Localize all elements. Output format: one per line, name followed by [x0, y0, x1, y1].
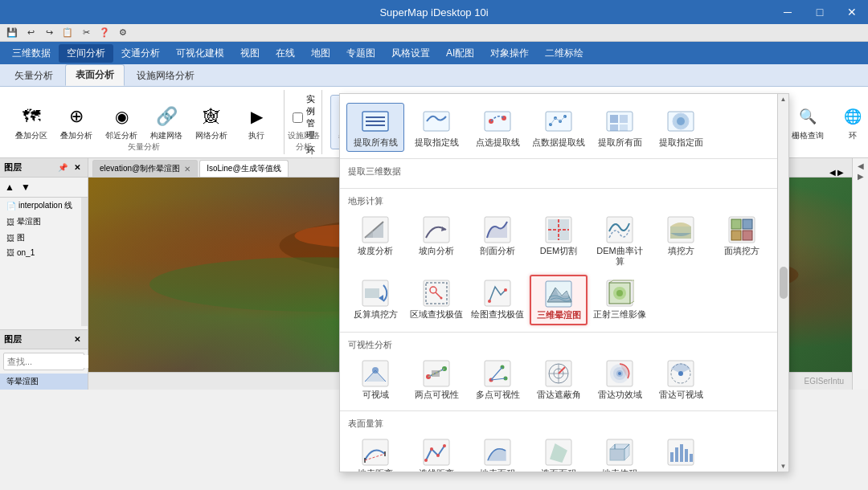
dropdown-scroll[interactable]: 提取所有线 提取指定线	[340, 158, 788, 390]
ortho-3d-icon	[605, 279, 634, 308]
dropdown-item-surface-fill[interactable]: 面填挖方	[713, 211, 771, 271]
maximize-button[interactable]: □	[804, 0, 836, 24]
dropdown-item-aspect[interactable]: 坡向分析	[407, 211, 465, 271]
dropdown-item-dem-curvature[interactable]: DEM曲率计算	[591, 211, 649, 271]
undo-button[interactable]: ↩	[23, 26, 39, 40]
quick-access-toolbar: 💾 ↩ ↪ 📋 ✂ ❓ ⚙	[0, 24, 868, 42]
section-terrain-calc: 地形计算 坡度分析	[340, 190, 788, 330]
layer-item-hillshade-2[interactable]: 等晕渲图	[0, 374, 88, 390]
menu-3d-data[interactable]: 三维数据	[4, 44, 59, 63]
slope-icon	[361, 215, 390, 244]
layer-scroll-area[interactable]: 📄 interpolation 线 🖼 晕渲图 🖼 图 🖼 on_1	[0, 198, 88, 326]
layer-panel-header: 图层 📌 ✕	[0, 158, 88, 178]
dropdown-item-reverse-cut-fill[interactable]: 反算填挖方	[346, 275, 404, 325]
divider-1	[340, 158, 788, 159]
layer-name-interpolation: interpolation 线	[18, 200, 72, 211]
slope-label: 坡度分析	[358, 246, 393, 256]
dropdown-item-slope[interactable]: 坡度分析	[346, 211, 404, 271]
layer-item-on1[interactable]: 🖼 on_1	[0, 246, 88, 259]
pin-button[interactable]: 📌	[56, 161, 69, 174]
layer-name-hillshade-2: 等晕渲图	[6, 376, 39, 387]
svg-rect-65	[432, 370, 440, 377]
dropdown-item-3d-hillshade[interactable]: 三维晕渲图	[530, 275, 588, 325]
svg-point-52	[504, 288, 507, 292]
menu-traffic-analysis[interactable]: 交通分析	[113, 44, 168, 63]
layer-item-map[interactable]: 🖼 图	[0, 230, 88, 246]
network-analysis-icon: 🕸	[199, 104, 224, 129]
menu-spatial-analysis[interactable]: 空间分析	[59, 44, 113, 63]
dropdown-item-profile[interactable]: 剖面分析	[469, 211, 526, 271]
dropdown-item-radar-shadow-angle[interactable]: 雷达遮蔽角	[530, 355, 588, 390]
menu-map[interactable]: 地图	[303, 44, 338, 63]
tab-nav-right[interactable]: ▶	[837, 168, 844, 177]
menu-style-settings[interactable]: 风格设置	[383, 44, 438, 63]
menu-online[interactable]: 在线	[268, 44, 303, 63]
cut-fill-icon	[666, 215, 695, 244]
help-button[interactable]: ❓	[96, 26, 113, 40]
dropdown-scrollbar[interactable]: ▲ ▼	[777, 158, 788, 390]
btn-env2[interactable]: 🌐 环	[832, 95, 868, 149]
svg-point-51	[488, 300, 491, 303]
right-nav-left[interactable]: ◀	[858, 161, 864, 170]
dropdown-item-viewshed[interactable]: 可视域	[346, 355, 404, 390]
dropdown-item-region-find-extreme[interactable]: 区域查找极值	[407, 275, 465, 325]
btn-raster-query[interactable]: 🔍 栅格查询	[787, 95, 829, 149]
tab-vector-analysis[interactable]: 矢量分析	[4, 65, 63, 86]
layer-search-box[interactable]: 🔍	[3, 353, 84, 370]
reverse-cut-fill-icon	[361, 279, 390, 308]
visibility-title: 可视性分析	[346, 339, 782, 351]
menu-ai-map[interactable]: AI配图	[438, 44, 482, 63]
minimize-button[interactable]: ─	[772, 0, 804, 24]
panel2-close-button[interactable]: ✕	[71, 333, 84, 346]
ribbon-tab-bar: 矢量分析 表面分析 设施网络分析	[0, 64, 868, 87]
save-button[interactable]: 💾	[4, 26, 20, 40]
divider-2	[340, 188, 788, 189]
instance-management-checkbox[interactable]	[293, 112, 303, 123]
dropdown-item-cut-fill[interactable]: 填挖方	[652, 211, 710, 271]
arrow-up-button[interactable]: ▲	[2, 180, 17, 194]
right-sidebar: ◀ ▶	[852, 158, 868, 390]
doc-tab-elevation-close[interactable]: ✕	[184, 165, 190, 174]
redo-button[interactable]: ↪	[41, 26, 57, 40]
copy-button[interactable]: 📋	[59, 26, 76, 40]
layer-item-hillshade[interactable]: 🖼 晕渲图	[0, 214, 88, 230]
tab-surface-analysis[interactable]: 表面分析	[65, 64, 125, 86]
doc-tab-isoline-label: IsoLine@生成等值线	[207, 163, 280, 174]
menu-2d-mark[interactable]: 二维标绘	[537, 44, 592, 63]
aspect-label: 坡向分析	[419, 246, 454, 256]
tab-facility-network[interactable]: 设施网络分析	[126, 65, 205, 86]
dropdown-item-dem-cut[interactable]: DEM切割	[530, 211, 588, 271]
layer-item-interpolation[interactable]: 📄 interpolation 线	[0, 198, 88, 214]
radar-effectiveness-icon	[605, 359, 634, 388]
tab-nav-left[interactable]: ◀	[829, 168, 836, 177]
settings-icon[interactable]: ⚙	[115, 26, 131, 40]
dropdown-item-draw-find-extreme[interactable]: 绘图查找极值	[469, 275, 526, 325]
window-controls: ─ □ ✕	[772, 0, 868, 24]
dropdown-item-multi-point-visibility[interactable]: 多点可视性	[469, 355, 526, 390]
terrain-calc-title: 地形计算	[346, 195, 782, 207]
cut-button[interactable]: ✂	[78, 26, 94, 40]
dropdown-item-radar-effectiveness[interactable]: 雷达功效域	[591, 355, 649, 390]
dropdown-item-radar-visibility[interactable]: 雷达可视域	[652, 355, 710, 390]
arrow-down-button[interactable]: ▼	[18, 180, 33, 194]
aspect-icon	[422, 215, 451, 244]
doc-tab-isoline[interactable]: IsoLine@生成等值线	[199, 160, 288, 177]
scroll-thumb[interactable]	[780, 267, 788, 299]
menu-visual-model[interactable]: 可视化建模	[168, 44, 232, 63]
dropdown-item-ortho-3d[interactable]: 正射三维影像	[591, 275, 649, 325]
menu-view[interactable]: 视图	[232, 44, 268, 63]
app-title: SuperMap iDesktop 10i	[379, 6, 488, 18]
svg-rect-37	[670, 227, 691, 239]
center-area: elevation@制作晕渲图 ✕ IsoLine@生成等值线 ◀ ▶	[88, 158, 852, 390]
profile-icon	[483, 215, 512, 244]
doc-tab-elevation[interactable]: elevation@制作晕渲图 ✕	[92, 160, 198, 177]
draw-find-extreme-icon	[483, 279, 512, 308]
dropdown-item-two-point-visibility[interactable]: 两点可视性	[407, 355, 465, 390]
menu-thematic[interactable]: 专题图	[338, 44, 383, 63]
panel-close-button[interactable]: ✕	[71, 161, 84, 174]
region-find-extreme-label: 区域查找极值	[410, 309, 463, 320]
menu-object-ops[interactable]: 对象操作	[482, 44, 537, 63]
close-button[interactable]: ✕	[836, 0, 868, 24]
right-nav-right[interactable]: ▶	[858, 172, 864, 181]
workspace: 图层 📌 ✕ ▲ ▼ 📄 interpolation 线 🖼 晕渲图	[0, 158, 868, 390]
